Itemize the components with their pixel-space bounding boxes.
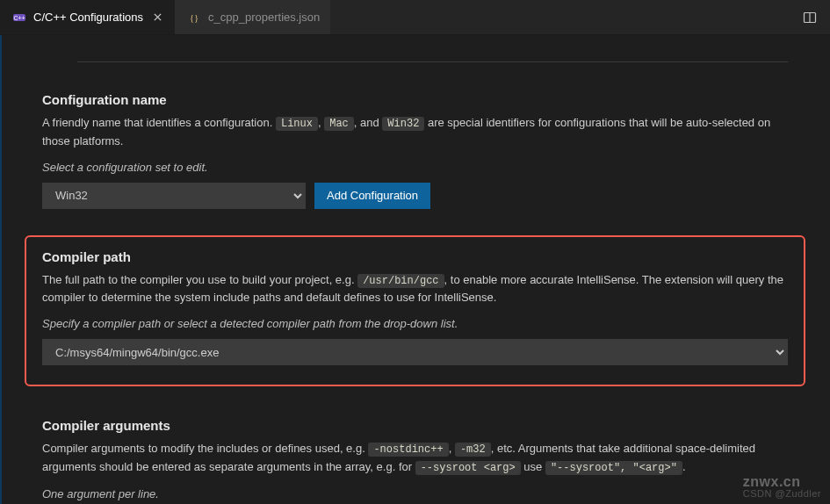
section-description: The full path to the compiler you use to… — [42, 271, 788, 307]
chip-gcc-path: /usr/bin/gcc — [357, 274, 444, 288]
section-heading: Configuration name — [42, 92, 791, 107]
close-icon[interactable] — [150, 11, 164, 25]
divider — [77, 61, 788, 62]
section-description: A friendly name that identifies a config… — [42, 114, 791, 150]
settings-content: Configuration name A friendly name that … — [0, 35, 830, 504]
chip-sysroot-arg: --sysroot <arg> — [415, 461, 521, 475]
split-editor-icon[interactable] — [800, 8, 819, 27]
chip-sysroot-quoted: "--sysroot", "<arg>" — [545, 461, 682, 475]
compiler-path-select[interactable]: C:/msys64/mingw64/bin/gcc.exe — [42, 339, 788, 365]
section-configuration-name: Configuration name A friendly name that … — [42, 80, 797, 214]
tab-configurations[interactable]: C++ C/C++ Configurations — [0, 0, 175, 34]
tab-label: c_cpp_properties.json — [208, 11, 320, 24]
configuration-select[interactable]: Win32 — [42, 183, 306, 209]
highlighted-compiler-path: Compiler path The full path to the compi… — [25, 235, 805, 387]
tab-bar: C++ C/C++ Configurations {} c_cpp_proper… — [0, 0, 830, 35]
chip-mac: Mac — [324, 117, 354, 131]
section-heading: Compiler path — [42, 249, 788, 264]
section-hint: One argument per line. — [42, 487, 791, 500]
section-description: Compiler arguments to modify the include… — [42, 440, 791, 476]
section-compiler-path: Compiler path The full path to the compi… — [42, 249, 788, 366]
chip-nostdinc: -nostdinc++ — [368, 443, 448, 457]
add-configuration-button[interactable]: Add Configuration — [314, 183, 430, 209]
svg-text:{}: {} — [190, 12, 199, 23]
tab-label: C/C++ Configurations — [33, 11, 143, 24]
section-hint: Select a configuration set to edit. — [42, 161, 791, 174]
section-compiler-arguments: Compiler arguments Compiler arguments to… — [42, 406, 797, 504]
tab-properties-json[interactable]: {} c_cpp_properties.json — [175, 0, 330, 34]
json-braces-icon: {} — [187, 11, 201, 25]
chip-m32: -m32 — [455, 443, 491, 457]
cpp-icon: C++ — [12, 11, 26, 25]
tabs-actions — [800, 0, 830, 34]
chip-win32: Win32 — [382, 117, 424, 131]
section-heading: Compiler arguments — [42, 418, 791, 433]
section-hint: Specify a compiler path or select a dete… — [42, 317, 788, 330]
svg-text:C++: C++ — [13, 15, 25, 21]
chip-linux: Linux — [276, 117, 318, 131]
